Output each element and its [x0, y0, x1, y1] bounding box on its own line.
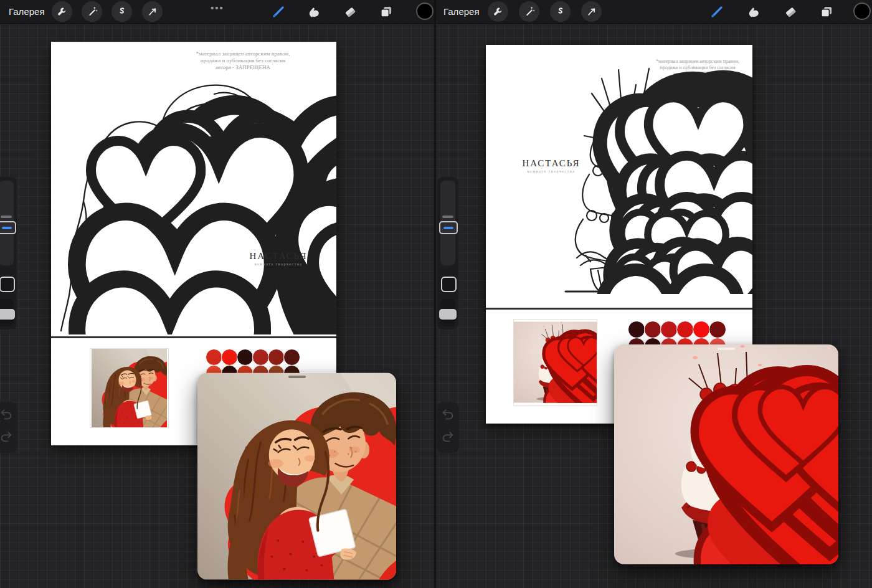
brush-button-left[interactable]: [270, 3, 287, 20]
slider-memory-dash: [442, 216, 453, 218]
splitview-divider[interactable]: [434, 0, 436, 588]
smudge-finger-icon: [306, 4, 322, 20]
brush-size-handle[interactable]: [439, 221, 458, 234]
brush-size-handle[interactable]: [0, 221, 16, 234]
slider-accent-bar: [443, 227, 453, 229]
color-button-left[interactable]: [416, 2, 434, 20]
artist-logo: НАСТАСЬЯ комната творчества: [238, 251, 319, 266]
reference-thumbnail-cake: [514, 320, 597, 405]
window-controls-left[interactable]: •••: [211, 0, 224, 19]
floating-reference-couple[interactable]: [197, 372, 396, 580]
cake-line-art: [486, 57, 752, 294]
wrench-icon: [492, 6, 505, 18]
magic-wand-icon: [86, 6, 98, 18]
undo-button[interactable]: [441, 408, 455, 422]
redo-button[interactable]: [441, 430, 455, 444]
drag-handle[interactable]: [718, 348, 735, 350]
erase-button-left[interactable]: [341, 3, 358, 20]
palette-swatch: [252, 349, 269, 366]
palette-swatch: [628, 321, 645, 338]
layers-button-right[interactable]: [818, 3, 835, 20]
couple-line-art: [51, 49, 336, 334]
layers-icon: [818, 4, 835, 20]
drag-handle[interactable]: [288, 376, 306, 378]
artist-logo: НАСТАСЬЯ комната творчества: [511, 158, 592, 173]
palette-swatch: [237, 349, 254, 366]
palette-swatch: [660, 321, 678, 338]
brush-button-right[interactable]: [708, 3, 725, 20]
color-palette-row1: [628, 321, 725, 338]
actions-button-right[interactable]: [488, 1, 508, 22]
color-button-right[interactable]: [853, 2, 871, 20]
adjustments-button-right[interactable]: [519, 1, 539, 22]
slider-memory-dash: [1, 216, 12, 218]
palette-swatch: [221, 349, 238, 366]
opacity-handle[interactable]: [439, 309, 457, 320]
opacity-handle[interactable]: [0, 309, 15, 320]
selection-s-icon: [116, 6, 128, 18]
reference-thumbnail-couple: [90, 349, 168, 427]
paintbrush-icon: [270, 4, 287, 20]
palette-swatch: [644, 321, 661, 338]
modify-button[interactable]: [441, 277, 457, 292]
sidebar-left: [0, 176, 17, 330]
actions-button-left[interactable]: [52, 1, 72, 22]
adjustments-button-left[interactable]: [82, 1, 102, 22]
undo-redo-panel-right: [437, 402, 459, 453]
procreate-splitview: Галерея ••• Галерея: [0, 0, 872, 588]
palette-swatch: [693, 321, 710, 338]
sidebar-right: [437, 176, 459, 330]
paintbrush-icon: [709, 4, 725, 20]
gallery-button-left[interactable]: Галерея: [9, 0, 45, 23]
top-toolbar: Галерея ••• Галерея: [0, 0, 872, 24]
undo-redo-panel-left: [0, 402, 17, 453]
palette-swatch: [676, 321, 694, 338]
smudge-button-right[interactable]: [745, 3, 762, 20]
erase-button-right[interactable]: [782, 3, 799, 20]
transform-arrow-icon: [146, 6, 159, 18]
selection-button-right[interactable]: [550, 1, 571, 22]
gallery-button-right[interactable]: Галерея: [443, 0, 480, 23]
selection-button-left[interactable]: [111, 1, 132, 22]
page-divider-rule: [486, 308, 752, 310]
modify-button[interactable]: [0, 277, 15, 292]
slider-accent-bar: [2, 227, 12, 229]
selection-s-icon: [554, 6, 567, 18]
palette-swatch: [709, 321, 726, 338]
eraser-icon: [782, 4, 799, 20]
eraser-icon: [342, 4, 358, 20]
layers-button-left[interactable]: [377, 3, 394, 20]
transform-button-right[interactable]: [581, 1, 602, 22]
palette-swatch: [206, 349, 222, 366]
cake-colored-image: [614, 344, 838, 564]
page-divider-rule: [51, 336, 336, 338]
smudge-finger-icon: [746, 4, 762, 20]
transform-arrow-icon: [585, 6, 598, 18]
layers-icon: [378, 4, 394, 20]
palette-swatch: [283, 349, 300, 366]
undo-button[interactable]: [0, 408, 13, 422]
couple-colored-image: [197, 372, 396, 580]
magic-wand-icon: [523, 6, 536, 18]
wrench-icon: [56, 6, 69, 18]
palette-swatch: [268, 349, 285, 366]
color-palette-row1: [206, 349, 299, 366]
smudge-button-left[interactable]: [305, 3, 322, 20]
redo-button[interactable]: [0, 430, 13, 444]
transform-button-left[interactable]: [142, 1, 163, 22]
floating-reference-cake[interactable]: [614, 344, 838, 564]
